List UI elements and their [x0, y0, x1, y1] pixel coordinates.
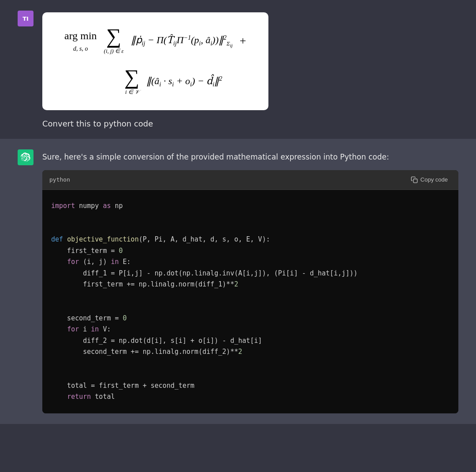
- code-language-label: python: [49, 176, 70, 183]
- user-avatar-label: TI: [22, 15, 29, 22]
- formula-expr-1: ‖ṗij − Π(T̂ijΠ−1(pi, âi))‖2Σij: [131, 32, 233, 50]
- code-block: python Copy code import numpy as np def …: [42, 170, 458, 413]
- copy-code-button[interactable]: Copy code: [407, 175, 451, 185]
- sigma-block-1: ∑ (i, j) ∈ ε: [104, 26, 124, 56]
- ai-intro-text: Sure, here's a simple conversion of the …: [42, 151, 458, 163]
- user-message-content: arg min d, s, o ∑ (i, j) ∈ ε ‖ṗij − Π(T̂…: [42, 11, 458, 128]
- sigma-sub-1: (i, j) ∈ ε: [104, 47, 124, 56]
- ai-message-content: Sure, here's a simple conversion of the …: [42, 149, 458, 413]
- code-pre: import numpy as np def objective_functio…: [51, 201, 450, 403]
- sigma-sub-2: i ∈ 𝒱: [125, 88, 138, 97]
- plus-sign: +: [240, 32, 246, 50]
- openai-icon: [21, 152, 30, 162]
- user-avatar: TI: [18, 11, 33, 26]
- formula-line-2: ∑ i ∈ 𝒱 ‖(âi · si + oi) − d̂i‖2: [64, 67, 246, 97]
- sigma-symbol-1: ∑: [106, 26, 121, 47]
- ai-avatar: [18, 149, 33, 165]
- sigma-symbol-2: ∑: [124, 67, 139, 88]
- code-header: python Copy code: [42, 170, 458, 190]
- math-display: arg min d, s, o ∑ (i, j) ∈ ε ‖ṗij − Π(T̂…: [64, 26, 246, 97]
- sigma-block-2: ∑ i ∈ 𝒱: [124, 67, 139, 97]
- user-message: TI arg min d, s, o ∑ (i, j) ∈ ε: [0, 0, 476, 139]
- chat-container: TI arg min d, s, o ∑ (i, j) ∈ ε: [0, 0, 476, 424]
- argmin-text: arg min: [64, 27, 97, 44]
- copy-icon: [411, 176, 418, 183]
- argmin-subscript: d, s, o: [73, 44, 88, 54]
- formula-line-1: arg min d, s, o ∑ (i, j) ∈ ε ‖ṗij − Π(T̂…: [64, 26, 246, 56]
- formula-expr-2: ‖(âi · si + oi) − d̂i‖2: [146, 73, 222, 90]
- copy-label: Copy code: [420, 176, 448, 183]
- argmin-block: arg min d, s, o: [64, 27, 97, 54]
- code-body: import numpy as np def objective_functio…: [42, 190, 458, 413]
- svg-rect-0: [413, 179, 417, 183]
- convert-text: Convert this to python code: [42, 119, 458, 128]
- formula-box: arg min d, s, o ∑ (i, j) ∈ ε ‖ṗij − Π(T̂…: [42, 12, 268, 110]
- ai-message: Sure, here's a simple conversion of the …: [0, 139, 476, 424]
